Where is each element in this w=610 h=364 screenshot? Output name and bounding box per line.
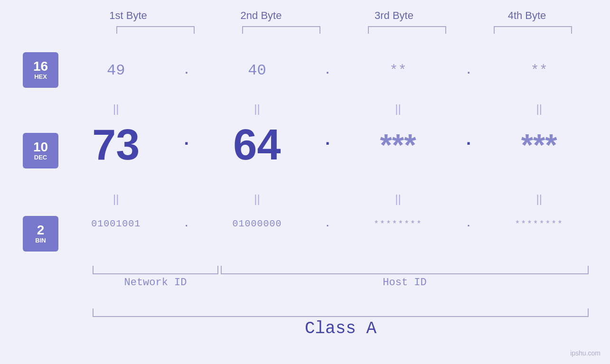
network-bracket bbox=[93, 266, 218, 274]
eq1-b1: || bbox=[71, 102, 161, 115]
byte3-header: 3rd Byte bbox=[342, 9, 446, 22]
eq2-b4: || bbox=[494, 192, 584, 205]
top-bracket-4 bbox=[494, 26, 572, 34]
byte1-header: 1st Byte bbox=[76, 9, 180, 22]
host-id-label: Host ID bbox=[221, 277, 589, 289]
page-container: 1st Byte 2nd Byte 3rd Byte 4th Byte 16 H… bbox=[0, 0, 610, 364]
bin-badge-number: 2 bbox=[37, 224, 45, 237]
byte2-header: 2nd Byte bbox=[209, 9, 313, 22]
eq1-b2: || bbox=[212, 102, 302, 115]
dot-bin-3: . bbox=[461, 218, 476, 229]
byte4-header: 4th Byte bbox=[475, 9, 579, 22]
hex-badge-number: 16 bbox=[33, 60, 48, 73]
host-bracket bbox=[221, 266, 589, 274]
dot-bin-2: . bbox=[320, 218, 335, 229]
bin-b4: ******** bbox=[494, 219, 584, 229]
top-bracket-1 bbox=[116, 26, 195, 34]
hex-b1: 49 bbox=[71, 62, 161, 79]
bin-b1: 01001001 bbox=[71, 218, 161, 229]
class-bracket bbox=[93, 308, 589, 317]
dot-hex-2: . bbox=[320, 64, 335, 77]
watermark: ipshu.com bbox=[570, 349, 601, 357]
top-bracket-2 bbox=[242, 26, 320, 34]
class-label: Class A bbox=[93, 319, 589, 338]
hex-b4: ** bbox=[494, 63, 584, 79]
eq2-b1: || bbox=[71, 192, 161, 205]
hex-b2: 40 bbox=[212, 62, 302, 79]
dot-dec-3: . bbox=[461, 131, 476, 159]
dot-dec-2: . bbox=[320, 131, 335, 159]
eq2-b3: || bbox=[353, 192, 443, 205]
dec-badge-number: 10 bbox=[33, 140, 48, 154]
dot-dec-1: . bbox=[179, 131, 194, 159]
dec-b2: 64 bbox=[212, 123, 302, 166]
bin-b2: 01000000 bbox=[212, 218, 302, 229]
hex-b3: ** bbox=[353, 63, 443, 79]
dec-b4: *** bbox=[494, 127, 584, 163]
dec-badge-label: DEC bbox=[34, 154, 47, 161]
top-bracket-3 bbox=[368, 26, 446, 34]
network-id-label: Network ID bbox=[93, 277, 218, 289]
eq1-b4: || bbox=[494, 102, 584, 115]
dot-hex-1: . bbox=[179, 64, 194, 77]
bin-badge-label: BIN bbox=[35, 237, 46, 244]
eq1-b3: || bbox=[353, 102, 443, 115]
bin-b3: ******** bbox=[353, 219, 443, 229]
dot-bin-1: . bbox=[179, 218, 194, 229]
hex-badge-label: HEX bbox=[34, 73, 47, 81]
dot-hex-3: . bbox=[461, 64, 476, 77]
hex-badge: 16 HEX bbox=[23, 52, 58, 88]
bin-badge: 2 BIN bbox=[23, 216, 58, 252]
dec-b3: *** bbox=[353, 127, 443, 163]
eq2-b2: || bbox=[212, 192, 302, 205]
dec-b1: 73 bbox=[71, 123, 161, 166]
dec-badge: 10 DEC bbox=[23, 133, 58, 168]
